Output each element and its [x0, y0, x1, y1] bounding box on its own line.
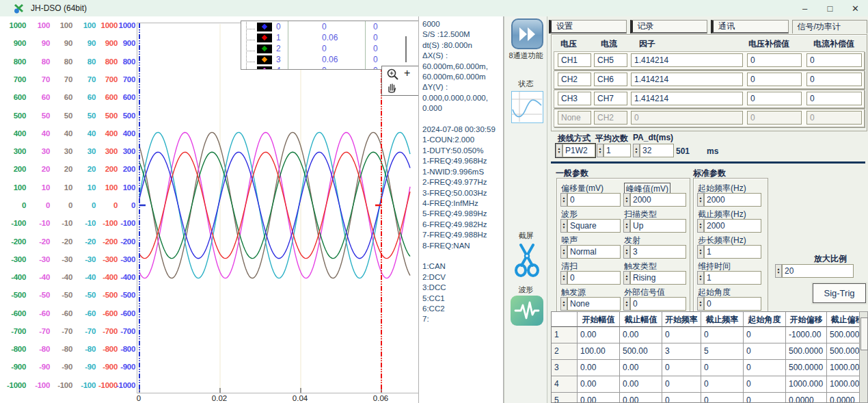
table-cell[interactable]: 0 — [701, 376, 744, 393]
wiring-spinner-2[interactable]: ▲ ▼32 — [633, 144, 674, 157]
legend-row[interactable]: 10.060 — [241, 32, 419, 43]
channel-factor-field[interactable]: 0 — [631, 111, 743, 125]
general-param-spinner-8[interactable]: ▲ ▼None — [560, 297, 621, 311]
table-cell[interactable]: 0.00 — [620, 327, 662, 343]
channel-voltage-field[interactable]: CH2 — [558, 73, 591, 86]
table-cell[interactable]: 0 — [744, 393, 786, 403]
sig-trig-button[interactable]: Sig-Trig — [813, 283, 866, 303]
spinner-value[interactable]: Normal — [567, 245, 621, 259]
tab-1[interactable]: 记录 — [630, 20, 708, 34]
legend-scrollbar-thumb[interactable] — [405, 36, 407, 62]
standard-param-spinner-4[interactable]: ▲ ▼0 — [697, 297, 761, 311]
channel-current-field[interactable]: CH2 — [594, 111, 627, 125]
wiring-spinner-1[interactable]: ▲ ▼1 — [597, 144, 631, 157]
channel-voltage-field[interactable]: CH1 — [558, 53, 591, 67]
waveform-canvas[interactable] — [137, 23, 419, 393]
waveform-generator-button[interactable] — [511, 296, 543, 326]
channel-v_comp-field[interactable]: 0 — [747, 92, 802, 105]
table-cell[interactable]: 0.0000 — [786, 393, 827, 403]
standard-param-spinner-3[interactable]: ▲ ▼1 — [697, 271, 761, 285]
minimize-button[interactable]: – — [792, 0, 817, 16]
zoom-tool-icon[interactable] — [385, 68, 401, 81]
spinner-arrows[interactable]: ▲ ▼ — [597, 144, 603, 157]
legend-marker[interactable] — [257, 34, 272, 42]
legend-marker[interactable] — [257, 44, 272, 53]
channel-i_comp-field[interactable]: 0 — [806, 53, 862, 67]
spinner-value[interactable]: Square — [567, 219, 621, 233]
spinner-arrows[interactable]: ▲ ▼ — [560, 271, 567, 285]
zoom-ratio-spinner[interactable]: ▲ ▼20 — [775, 264, 854, 278]
table-cell[interactable]: 1000.000 — [786, 376, 827, 393]
spinner-arrows[interactable]: ▲ ▼ — [560, 245, 567, 259]
table-cell[interactable]: 0.00 — [620, 360, 662, 376]
spinner-arrows[interactable]: ▲ ▼ — [623, 193, 630, 207]
channel-v_comp-field[interactable]: 0 — [747, 73, 802, 86]
standard-param-spinner-1[interactable]: ▲ ▼2000 — [697, 219, 761, 233]
table-cell[interactable]: 0.00 — [620, 376, 662, 393]
general-param-spinner-3[interactable]: ▲ ▼Up — [623, 219, 686, 233]
zoom-in-plus-icon[interactable]: + — [404, 67, 410, 79]
tab-3[interactable]: 信号/功率计 — [792, 20, 868, 34]
legend-marker[interactable] — [257, 23, 272, 31]
standard-param-spinner-2[interactable]: ▲ ▼1 — [697, 245, 761, 259]
spinner-value[interactable]: 2000 — [704, 193, 761, 207]
maximize-button[interactable]: □ — [817, 0, 843, 16]
spinner-value[interactable]: 0 — [567, 271, 621, 285]
spinner-value[interactable]: 1 — [704, 245, 761, 259]
spinner-value[interactable]: 0 — [704, 297, 761, 311]
table-cell[interactable]: 0.00 — [578, 376, 620, 393]
spinner-arrows[interactable]: ▲ ▼ — [697, 271, 704, 285]
legend-row[interactable]: 000 — [241, 21, 419, 32]
general-param-spinner-5[interactable]: ▲ ▼3 — [623, 245, 686, 259]
spinner-arrows[interactable]: ▲ ▼ — [556, 144, 562, 157]
table-cell[interactable]: 0.00 — [578, 327, 620, 343]
channel-current-field[interactable]: CH5 — [594, 53, 627, 67]
spinner-value[interactable]: 2000 — [704, 219, 761, 233]
channel-v_comp-field[interactable]: 0 — [747, 53, 802, 67]
channel-current-field[interactable]: CH7 — [594, 92, 627, 105]
spinner-arrows[interactable]: ▲ ▼ — [560, 219, 567, 233]
legend-row[interactable]: 200 — [241, 43, 419, 54]
general-param-spinner-0[interactable]: ▲ ▼0 — [560, 193, 621, 207]
table-cell[interactable]: 0.00 — [620, 393, 662, 403]
channel-i_comp-field[interactable]: 0 — [806, 92, 862, 105]
table-cell[interactable]: 5 — [701, 343, 744, 360]
channel-current-field[interactable]: CH6 — [594, 73, 627, 86]
channel-i_comp-field[interactable]: 0 — [806, 73, 862, 86]
standard-param-spinner-0[interactable]: ▲ ▼2000 — [697, 193, 761, 207]
spinner-arrows[interactable]: ▲ ▼ — [697, 245, 704, 259]
general-param-spinner-2[interactable]: ▲ ▼Square — [560, 219, 621, 233]
status-indicator[interactable] — [511, 91, 543, 123]
channel-legend[interactable]: 00010.06020030.060400 — [241, 21, 420, 70]
table-scrollbar[interactable] — [859, 311, 868, 403]
spinner-value[interactable]: P1W2 — [562, 144, 595, 157]
screenshot-button[interactable] — [514, 239, 540, 278]
channel-v_comp-field[interactable]: 0 — [747, 111, 802, 125]
close-button[interactable]: ✕ — [843, 0, 868, 16]
general-param-spinner-6[interactable]: ▲ ▼0 — [560, 271, 621, 285]
channel-voltage-field[interactable]: CH3 — [558, 92, 591, 105]
tab-0[interactable]: 设置 — [549, 20, 627, 34]
tab-2[interactable]: 通讯 — [711, 20, 789, 34]
spinner-value[interactable]: None — [567, 297, 621, 311]
table-cell[interactable]: 0 — [744, 360, 786, 376]
table-cell[interactable]: 0 — [744, 327, 786, 343]
spinner-value[interactable]: 0 — [567, 193, 621, 207]
spinner-arrows[interactable]: ▲ ▼ — [697, 193, 704, 207]
table-cell[interactable]: 0 — [701, 360, 744, 376]
spinner-arrows[interactable]: ▲ ▼ — [560, 193, 567, 207]
table-scrollbar-thumb[interactable] — [860, 317, 868, 350]
table-cell[interactable]: 500.00 — [620, 343, 662, 360]
spinner-arrows[interactable]: ▲ ▼ — [633, 144, 640, 157]
channel-voltage-field[interactable]: None — [558, 111, 591, 125]
table-cell[interactable]: 0 — [744, 376, 786, 393]
spinner-value[interactable]: 1 — [704, 271, 761, 285]
spinner-arrows[interactable]: ▲ ▼ — [623, 245, 630, 259]
table-cell[interactable]: 0 — [662, 393, 701, 403]
spinner-value[interactable]: 32 — [640, 144, 674, 157]
channel-factor-field[interactable]: 1.414214 — [631, 53, 743, 67]
table-cell[interactable]: 0 — [701, 393, 744, 403]
spinner-arrows[interactable]: ▲ ▼ — [623, 219, 630, 233]
spinner-value[interactable]: 3 — [630, 245, 686, 259]
waveform-plot[interactable] — [137, 23, 420, 393]
